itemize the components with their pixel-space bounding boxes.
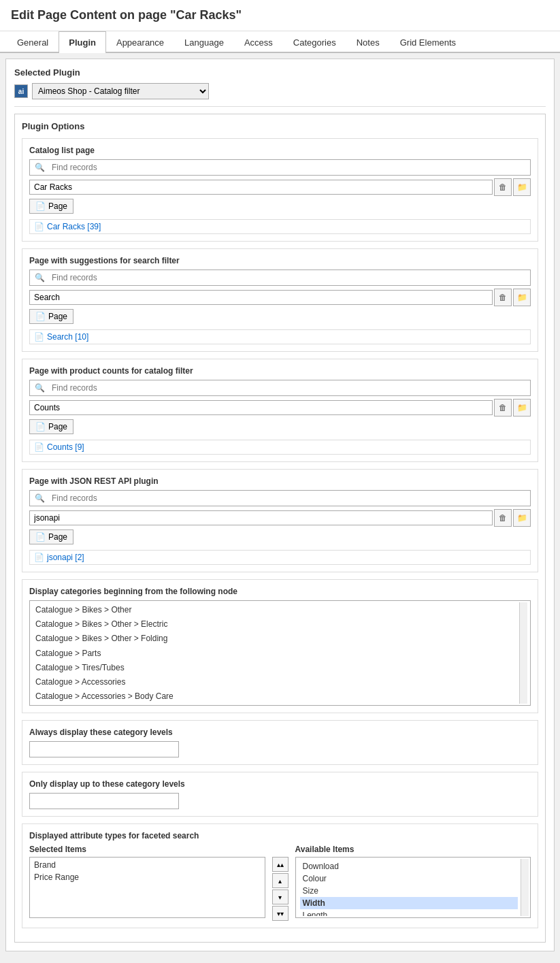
json-rest-api-search-icon: 🔍 — [30, 493, 49, 503]
json-rest-api-search-row: 🔍 — [29, 490, 531, 506]
catalog-list-value-input[interactable] — [29, 180, 493, 195]
facet-move-bottom-btn[interactable]: ▾▾ — [272, 906, 289, 921]
tabs-bar: General Plugin Appearance Language Acces… — [0, 31, 560, 53]
category-item-0[interactable]: Catalogue > Bikes > Other — [34, 603, 518, 617]
page-title: Edit Page Content on page "Car Racks" — [0, 0, 560, 31]
faceted-search-columns: Selected Items Brand Price Range ▴▴ ▴ ▾ … — [29, 845, 531, 921]
search-suggestions-value-input[interactable] — [29, 290, 493, 305]
tab-language[interactable]: Language — [174, 31, 234, 53]
tab-categories[interactable]: Categories — [283, 31, 346, 53]
content-area: Selected Plugin ai Aimeos Shop - Catalog… — [5, 59, 555, 951]
product-counts-search-input[interactable] — [49, 380, 530, 395]
json-rest-api-page-btn[interactable]: 📄 Page — [29, 529, 73, 544]
facet-available-col: Available Items Download Colour Size Wid… — [295, 845, 531, 918]
product-counts-label: Page with product counts for catalog fil… — [29, 366, 531, 376]
facet-available-item-3[interactable]: Width — [300, 897, 518, 909]
tab-gridelements[interactable]: Grid Elements — [390, 31, 466, 53]
catalog-list-page-btn[interactable]: 📄 Page — [29, 199, 73, 214]
category-scrollbar[interactable] — [519, 602, 527, 704]
json-rest-api-delete-btn[interactable]: 🗑 — [494, 509, 512, 527]
product-counts-value-row: 🗑 📁 — [29, 399, 531, 417]
product-counts-folder-btn[interactable]: 📁 — [513, 399, 531, 417]
page-icon4: 📄 — [35, 532, 46, 542]
facet-move-top-btn[interactable]: ▴▴ — [272, 857, 289, 872]
search-suggestions-section: Page with suggestions for search filter … — [22, 248, 538, 352]
record-icon2: 📄 — [34, 332, 44, 342]
json-rest-api-value-input[interactable] — [29, 510, 493, 525]
product-counts-page-btn-label: Page — [48, 422, 67, 431]
facet-available-item-0[interactable]: Download — [300, 860, 518, 872]
product-counts-delete-btn[interactable]: 🗑 — [494, 399, 512, 417]
facet-available-list[interactable]: Download Colour Size Width Length Print … — [295, 857, 531, 918]
facet-available-item-2[interactable]: Size — [300, 885, 518, 897]
json-rest-api-record: 📄 jsonapi [2] — [29, 550, 531, 565]
category-item-4[interactable]: Catalogue > Tires/Tubes — [34, 661, 518, 675]
json-rest-api-record-link[interactable]: jsonapi [2] — [47, 553, 84, 562]
facet-move-up-btn[interactable]: ▴ — [272, 873, 289, 888]
plugin-select[interactable]: Aimeos Shop - Catalog filter — [32, 83, 209, 99]
tab-notes[interactable]: Notes — [346, 31, 390, 53]
record-icon: 📄 — [34, 222, 44, 231]
plugin-icon: ai — [14, 84, 28, 98]
json-rest-api-page-btn-label: Page — [48, 532, 67, 542]
categories-label: Display categories beginning from the fo… — [29, 587, 531, 596]
category-item-1[interactable]: Catalogue > Bikes > Other > Electric — [34, 617, 518, 632]
tab-appearance[interactable]: Appearance — [106, 31, 174, 53]
product-counts-section: Page with product counts for catalog fil… — [22, 359, 538, 462]
catalog-list-label: Catalog list page — [29, 146, 531, 155]
catalog-list-folder-btn[interactable]: 📁 — [513, 178, 531, 196]
search-suggestions-record: 📄 Search [10] — [29, 329, 531, 344]
catalog-list-search-row: 🔍 — [29, 159, 531, 176]
category-item-5[interactable]: Catalogue > Accessories — [34, 675, 518, 689]
category-item-6[interactable]: Catalogue > Accessories > Body Care — [34, 689, 518, 704]
facet-selected-list[interactable]: Brand Price Range — [29, 857, 265, 918]
facet-available-scrollbar[interactable] — [521, 859, 529, 916]
selected-plugin-label: Selected Plugin — [14, 67, 546, 78]
facet-available-item-4[interactable]: Length — [300, 909, 518, 916]
only-display-input[interactable] — [29, 793, 179, 809]
product-counts-search-row: 🔍 — [29, 380, 531, 396]
category-list[interactable]: Catalogue > Bikes > Other Catalogue > Bi… — [29, 600, 531, 706]
page-icon2: 📄 — [35, 312, 46, 321]
selected-plugin-section: Selected Plugin ai Aimeos Shop - Catalog… — [14, 67, 546, 107]
search-suggestions-delete-btn[interactable]: 🗑 — [494, 289, 512, 306]
record-icon4: 📄 — [34, 553, 44, 562]
product-counts-page-btn[interactable]: 📄 Page — [29, 419, 73, 434]
product-counts-record-link[interactable]: Counts [9] — [47, 442, 84, 452]
only-display-section: Only display up to these category levels — [22, 772, 538, 817]
catalog-list-search-input[interactable] — [49, 160, 530, 175]
tab-general[interactable]: General — [7, 31, 59, 53]
catalog-list-value-row: 🗑 📁 — [29, 178, 531, 196]
tab-access[interactable]: Access — [234, 31, 283, 53]
only-display-label: Only display up to these category levels — [29, 779, 531, 789]
plugin-options-box: Plugin Options Catalog list page 🔍 🗑 📁 📄… — [14, 114, 546, 943]
plugin-select-row: ai Aimeos Shop - Catalog filter — [14, 83, 546, 99]
search-suggestions-folder-btn[interactable]: 📁 — [513, 289, 531, 306]
catalog-list-record-link[interactable]: Car Racks [39] — [47, 222, 101, 231]
search-suggestions-search-input[interactable] — [49, 270, 530, 285]
search-suggestions-search-icon: 🔍 — [30, 273, 49, 282]
category-item-3[interactable]: Catalogue > Parts — [34, 647, 518, 661]
catalog-list-delete-btn[interactable]: 🗑 — [494, 178, 512, 196]
search-suggestions-page-btn[interactable]: 📄 Page — [29, 309, 73, 324]
category-item-2[interactable]: Catalogue > Bikes > Other > Folding — [34, 632, 518, 646]
search-suggestions-value-row: 🗑 📁 — [29, 289, 531, 306]
product-counts-value-input[interactable] — [29, 400, 493, 415]
faceted-search-section: Displayed attribute types for faceted se… — [22, 823, 538, 928]
facet-selected-title: Selected Items — [29, 845, 265, 854]
facet-available-item-1[interactable]: Colour — [300, 872, 518, 885]
always-display-input[interactable] — [29, 741, 179, 757]
facet-selected-item-1[interactable]: Price Range — [31, 871, 263, 883]
search-suggestions-label: Page with suggestions for search filter — [29, 256, 531, 265]
facet-selected-col: Selected Items Brand Price Range — [29, 845, 265, 918]
catalog-list-page-btn-label: Page — [48, 201, 67, 211]
json-rest-api-search-input[interactable] — [49, 491, 530, 506]
facet-selected-item-0[interactable]: Brand — [31, 859, 263, 871]
categories-section: Display categories beginning from the fo… — [22, 579, 538, 713]
product-counts-search-icon: 🔍 — [30, 383, 49, 393]
facet-move-down-btn[interactable]: ▾ — [272, 889, 289, 904]
tab-plugin[interactable]: Plugin — [59, 31, 106, 53]
json-rest-api-label: Page with JSON REST API plugin — [29, 476, 531, 486]
search-suggestions-record-link[interactable]: Search [10] — [47, 332, 88, 342]
json-rest-api-folder-btn[interactable]: 📁 — [513, 509, 531, 527]
